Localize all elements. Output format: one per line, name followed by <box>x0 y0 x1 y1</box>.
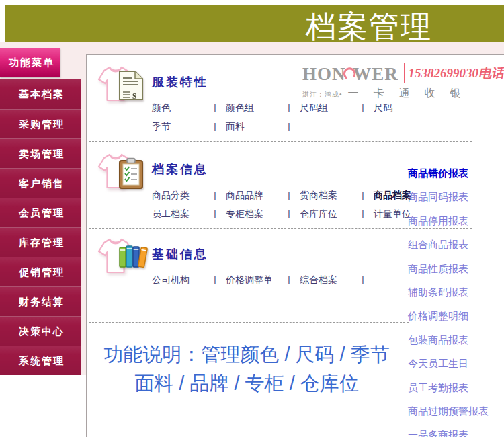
link-separator: | <box>278 204 300 223</box>
sidebar-item-label: 促销管理 <box>19 266 65 278</box>
invoice-document-icon: s <box>118 70 144 101</box>
section-basic-info: 基础信息 公司机构|价格调整单|综合档案| <box>97 235 406 311</box>
report-link-5[interactable]: 商品性质报表 <box>408 257 504 280</box>
section-title: 档案信息 <box>152 161 208 177</box>
section-link-2[interactable]: 商品品牌 <box>226 186 278 204</box>
links-row: 颜色|颜色组|尺码组|尺码 <box>152 98 426 117</box>
links-row: 季节|面料| <box>152 117 426 136</box>
section-links: 商品分类|商品品牌|货商档案|商品档案员工档案|专柜档案|仓库库位|计量单位 <box>152 186 426 223</box>
links-row: 员工档案|专柜档案|仓库库位|计量单位 <box>152 204 426 223</box>
page-title: 档案管理 <box>306 7 432 47</box>
report-links-list: 商品错价报表商品同码报表商品停用报表组合商品报表商品性质报表辅助条码报表价格调整… <box>408 161 504 437</box>
section-title: 服装特性 <box>152 74 208 90</box>
section-clothing-features: s 服装特性 颜色|颜色组|尺码组|尺码季节|面料| <box>97 63 406 138</box>
menu-header-label: 功能菜单 <box>9 56 54 68</box>
function-description-line2: 面料 / 品牌 / 专柜 / 仓库位 <box>89 369 405 398</box>
function-description-line1: 功能说明：管理颜色 / 尺码 / 季节 <box>89 340 405 369</box>
sidebar-item-5[interactable]: 会员管理 <box>0 198 81 227</box>
report-link-12[interactable]: 一品多商报表 <box>408 423 504 437</box>
links-row: 公司机构|价格调整单|综合档案| <box>152 270 374 289</box>
links-row: 商品分类|商品品牌|货商档案|商品档案 <box>152 186 426 204</box>
section-link-3[interactable]: 货商档案 <box>300 186 352 204</box>
sidebar-item-label: 系统管理 <box>19 355 65 366</box>
page: 档案管理 功能菜单 基本档案采购管理卖场管理客户销售会员管理库存管理促销管理财务… <box>0 0 504 437</box>
sidebar-item-label: 会员管理 <box>19 207 65 218</box>
section-link-1[interactable]: 公司机构 <box>152 270 204 289</box>
sidebar-item-7[interactable]: 促销管理 <box>0 257 81 286</box>
section-link-1[interactable]: 颜色 <box>152 98 204 117</box>
dashed-divider <box>89 322 409 323</box>
link-separator: | <box>204 98 226 117</box>
section-link-3[interactable]: 仓库库位 <box>300 204 352 223</box>
phone-number: 15382699030电话 <box>409 65 504 82</box>
report-link-7[interactable]: 价格调整明细 <box>408 304 504 327</box>
clipboard-checklist-icon <box>118 157 144 190</box>
report-link-3[interactable]: 商品停用报表 <box>408 209 504 233</box>
section-link-2[interactable]: 面料 <box>226 117 278 136</box>
shirt-books-icon <box>97 237 153 282</box>
link-separator: | <box>352 98 374 117</box>
menu-header-button[interactable]: 功能菜单 <box>0 48 60 77</box>
section-link-2[interactable]: 价格调整单 <box>226 270 278 289</box>
content-panel: HON WER 15382699030电话 湛江：鸿成• 一卡通收银 <box>86 54 504 437</box>
function-description: 功能说明：管理颜色 / 尺码 / 季节 面料 / 品牌 / 专柜 / 仓库位 <box>89 340 405 398</box>
report-link-8[interactable]: 包装商品报表 <box>408 328 504 352</box>
link-separator: | <box>278 186 300 204</box>
report-link-4[interactable]: 组合商品报表 <box>408 233 504 256</box>
sidebar-item-label: 采购管理 <box>19 118 65 130</box>
report-link-9[interactable]: 今天员工生日 <box>408 352 504 375</box>
link-separator: | <box>204 117 226 136</box>
section-link-2[interactable]: 专柜档案 <box>226 204 278 223</box>
sidebar-item-label: 卖场管理 <box>19 148 65 159</box>
section-link-3[interactable]: 综合档案 <box>300 270 352 289</box>
report-link-2[interactable]: 商品同码报表 <box>408 185 504 208</box>
sidebar-item-label: 基本档案 <box>19 88 65 100</box>
dashed-divider <box>89 141 472 142</box>
sidebar-item-6[interactable]: 库存管理 <box>0 227 81 257</box>
link-separator: | <box>352 186 374 204</box>
sidebar-item-2[interactable]: 采购管理 <box>0 109 81 138</box>
link-separator: | <box>352 270 374 289</box>
section-archive-info: 档案信息 商品分类|商品品牌|货商档案|商品档案员工档案|专柜档案|仓库库位|计… <box>97 151 406 226</box>
link-separator: | <box>278 98 300 117</box>
svg-text:s: s <box>132 89 136 101</box>
link-separator: | <box>204 270 226 289</box>
sidebar-item-8[interactable]: 财务结算 <box>0 286 81 316</box>
link-separator: | <box>278 117 300 136</box>
section-title: 基础信息 <box>152 246 208 262</box>
report-link-10[interactable]: 员工考勤报表 <box>408 376 504 399</box>
sidebar-item-1[interactable]: 基本档案 <box>0 79 81 109</box>
sidebar-item-9[interactable]: 决策中心 <box>0 316 81 346</box>
section-link-4[interactable]: 尺码 <box>374 98 426 117</box>
link-separator: | <box>278 270 300 289</box>
section-link-1[interactable]: 商品分类 <box>152 186 204 204</box>
sidebar-item-label: 财务结算 <box>19 296 65 307</box>
section-link-3[interactable]: 尺码组 <box>300 98 352 117</box>
link-separator: | <box>204 204 226 223</box>
section-links: 公司机构|价格调整单|综合档案| <box>152 270 374 289</box>
section-link-2[interactable]: 颜色组 <box>226 98 278 117</box>
books-icon <box>118 242 148 270</box>
sidebar-item-3[interactable]: 卖场管理 <box>0 138 81 168</box>
report-link-1[interactable]: 商品错价报表 <box>408 161 504 185</box>
link-separator: | <box>352 204 374 223</box>
section-link-1[interactable]: 员工档案 <box>152 204 204 223</box>
section-links: 颜色|颜色组|尺码组|尺码季节|面料| <box>152 98 426 136</box>
sidebar-item-label: 库存管理 <box>19 237 65 248</box>
section-link-1[interactable]: 季节 <box>152 117 204 136</box>
sidebar-item-10[interactable]: 系统管理 <box>0 346 81 375</box>
shirt-clipboard-icon <box>97 152 153 198</box>
report-link-6[interactable]: 辅助条码报表 <box>408 280 504 304</box>
sidebar-item-4[interactable]: 客户销售 <box>0 168 81 198</box>
sidebar-item-label: 决策中心 <box>19 325 65 337</box>
page-header: 档案管理 <box>5 5 504 42</box>
sidebar-item-label: 客户销售 <box>19 177 65 189</box>
shirt-document-icon: s <box>97 65 153 110</box>
link-separator: | <box>204 186 226 204</box>
sidebar: 基本档案采购管理卖场管理客户销售会员管理库存管理促销管理财务结算决策中心系统管理 <box>0 79 81 375</box>
report-link-11[interactable]: 商品过期预警报表 <box>408 399 504 423</box>
